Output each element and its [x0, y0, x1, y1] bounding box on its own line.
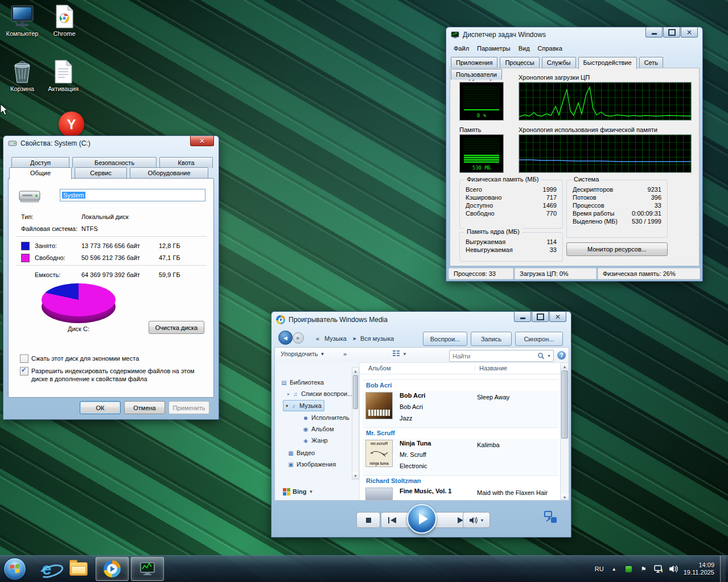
artist-group-header[interactable]: Mr. Scruff [366, 430, 395, 436]
menu-view[interactable]: Вид [515, 43, 534, 53]
track-title[interactable]: Sleep Away [477, 394, 509, 401]
view-options-button[interactable]: ▼ [392, 350, 407, 358]
menu-help[interactable]: Справка [534, 43, 566, 53]
show-hidden-icons-chevron[interactable]: ▲ [610, 564, 619, 573]
search-options-chevron-icon[interactable]: ▼ [545, 354, 553, 358]
list-scrollbar[interactable]: ▲ ▼ [560, 362, 569, 501]
close-button[interactable]: ✕ [681, 27, 698, 38]
minimize-button[interactable] [514, 312, 531, 322]
forward-button[interactable]: ► [293, 332, 304, 344]
expander-icon[interactable]: ▸ [287, 391, 290, 397]
album-artist[interactable]: Bob Acri [400, 403, 423, 410]
track-title[interactable]: Maid with the Flaxen Hair [477, 489, 548, 496]
sidebar-item-playlists[interactable]: ▸ ♫ Списки воспрои... [287, 389, 352, 399]
volume-icon[interactable] [669, 564, 678, 573]
tab-applications[interactable]: Приложения [451, 57, 497, 68]
tab-sync[interactable]: Синхрон... [515, 332, 563, 346]
sidebar-scrollbar[interactable]: ▲ ▼ [352, 367, 359, 480]
help-button[interactable]: ? [557, 351, 566, 360]
tab-burn[interactable]: Запись [471, 332, 512, 346]
desktop-icon-chrome[interactable]: Chrome [43, 3, 85, 37]
overflow-button[interactable]: » [343, 350, 347, 357]
stop-button[interactable] [356, 512, 380, 528]
chevrons-icon[interactable]: « [316, 335, 319, 342]
start-button[interactable] [3, 558, 26, 580]
volume-button[interactable]: ▼ [463, 512, 490, 528]
album-title[interactable]: Fine Music, Vol. 1 [400, 488, 451, 494]
artist-group-header[interactable]: Richard Stoltzman [366, 477, 421, 484]
sidebar-item-artist[interactable]: ☻ Исполнитель [302, 412, 349, 423]
taskbar-item-media-player[interactable] [96, 557, 129, 581]
ok-button[interactable]: ОК [80, 401, 121, 414]
tab-processes[interactable]: Процессы [500, 57, 539, 68]
column-title[interactable]: Название [474, 365, 507, 372]
index-checkbox[interactable]: ✔ [20, 367, 28, 375]
sidebar-item-video[interactable]: ▦ Видео [287, 448, 315, 458]
desktop-icon-activation[interactable]: Активация [42, 59, 84, 92]
tab-hardware[interactable]: Оборудование [130, 167, 208, 178]
language-indicator[interactable]: RU [595, 566, 604, 572]
action-center-flag-icon[interactable]: ⚑ [639, 564, 648, 573]
tab-performance[interactable]: Быстродействие [578, 57, 637, 69]
desktop-icon-computer[interactable]: Компьютер [1, 3, 43, 37]
sidebar-item-library[interactable]: ▤ Библиотека [281, 377, 324, 387]
apply-button[interactable]: Применить [168, 401, 209, 414]
chevron-down-icon[interactable]: ▼ [309, 489, 313, 494]
tab-quota[interactable]: Квота [159, 157, 213, 168]
tab-sharing[interactable]: Доступ [11, 157, 69, 168]
previous-button[interactable] [387, 517, 397, 523]
album-genre[interactable]: Electronic [400, 463, 427, 469]
tab-services[interactable]: Службы [542, 57, 576, 68]
volume-name-input[interactable]: System [60, 189, 205, 201]
bing-link[interactable]: Bing ▼ [283, 486, 313, 497]
close-button[interactable]: ✕ [190, 136, 214, 146]
column-album[interactable]: Альбом [359, 365, 474, 372]
tab-security[interactable]: Безопасность [72, 157, 157, 168]
yandex-browser-icon[interactable]: Y [59, 112, 84, 137]
organize-button[interactable]: Упорядочить ▼ [281, 350, 324, 357]
search-input[interactable] [450, 353, 537, 360]
dialog-titlebar[interactable]: Свойства: System (C:) [3, 136, 219, 151]
cancel-button[interactable]: Отмена [124, 401, 165, 414]
tab-network[interactable]: Сеть [639, 57, 663, 68]
album-art-fine-music[interactable] [365, 488, 393, 501]
tray-app-icon[interactable] [624, 564, 634, 573]
menu-options[interactable]: Параметры [473, 43, 515, 53]
taskbar-item-internet-explorer[interactable]: e [32, 558, 61, 580]
album-genre[interactable]: Jazz [400, 415, 413, 422]
sidebar-item-genre[interactable]: ◈ Жанр [302, 435, 328, 445]
tab-users[interactable]: Пользователи [451, 69, 502, 80]
back-button[interactable]: ◄ [278, 331, 293, 345]
album-title[interactable]: Ninja Tuna [400, 440, 431, 447]
close-button[interactable]: ✕ [549, 312, 566, 322]
tab-play[interactable]: Воспрои... [423, 332, 467, 346]
maximize-button[interactable] [532, 312, 549, 322]
album-art-ninja-tuna[interactable]: mr.scruff ninja tuna [365, 440, 393, 467]
artist-group-header[interactable]: Bob Acri [366, 382, 392, 389]
breadcrumb-music[interactable]: Музыка [324, 335, 347, 342]
play-button[interactable] [407, 504, 437, 534]
taskbar-clock[interactable]: 14:09 19.11.2025 [684, 562, 714, 576]
search-icon[interactable] [537, 352, 545, 360]
sidebar-item-pictures[interactable]: ▣ Изображения [287, 459, 336, 469]
show-desktop-button[interactable] [720, 556, 726, 582]
disk-cleanup-button[interactable]: Очистка диска [149, 321, 204, 334]
sidebar-item-music[interactable]: ▾ ♪ Музыка [283, 400, 324, 411]
expander-icon[interactable]: ▾ [286, 403, 288, 408]
maximize-button[interactable] [663, 27, 680, 38]
album-title[interactable]: Bob Acri [400, 392, 425, 399]
scrollbar-thumb[interactable] [561, 370, 568, 439]
tab-general[interactable]: Общие [9, 167, 72, 179]
network-icon[interactable] [654, 564, 663, 573]
switch-to-now-playing-button[interactable] [543, 510, 558, 525]
album-artist[interactable]: Mr. Scruff [400, 451, 426, 458]
taskbar-item-task-manager[interactable] [131, 557, 164, 581]
desktop-icon-recycle-bin[interactable]: Корзина [1, 59, 43, 92]
search-box[interactable]: ▼ [449, 350, 554, 362]
compress-checkbox[interactable] [20, 354, 28, 363]
minimize-button[interactable] [645, 27, 663, 38]
resource-monitor-button[interactable]: Монитор ресурсов... [566, 242, 668, 256]
track-title[interactable]: Kalimba [477, 441, 500, 448]
scroll-up-arrow[interactable]: ▲ [561, 363, 569, 370]
scroll-up-arrow[interactable]: ▲ [352, 368, 359, 374]
